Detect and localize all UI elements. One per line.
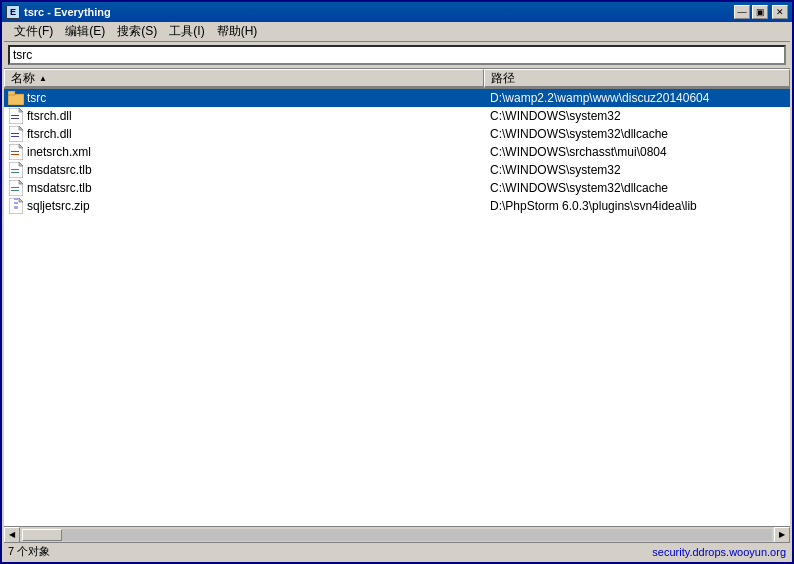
- file-name: sqljetsrc.zip: [27, 199, 90, 213]
- svg-rect-12: [11, 151, 19, 152]
- file-list-container: tsrc D:\wamp2.2\wamp\www\discuz20140604: [4, 89, 790, 526]
- svg-rect-21: [11, 190, 19, 191]
- table-row[interactable]: ftsrch.dll C:\WINDOWS\system32\dllcache: [4, 125, 790, 143]
- table-row[interactable]: tsrc D:\wamp2.2\wamp\www\discuz20140604: [4, 89, 790, 107]
- file-list[interactable]: tsrc D:\wamp2.2\wamp\www\discuz20140604: [4, 89, 790, 526]
- svg-rect-13: [11, 154, 19, 155]
- statusbar: 7 个对象 security.ddrops.wooyun.org: [4, 542, 790, 560]
- restore-button[interactable]: ▣: [752, 5, 768, 19]
- file-path-cell: C:\WINDOWS\system32: [484, 163, 790, 177]
- svg-rect-4: [11, 115, 19, 116]
- titlebar: E tsrc - Everything — ▣ ✕: [2, 2, 792, 22]
- svg-marker-19: [19, 180, 23, 184]
- file-path-cell: D:\wamp2.2\wamp\www\discuz20140604: [484, 91, 790, 105]
- titlebar-title: E tsrc - Everything: [6, 5, 111, 19]
- status-count: 7 个对象: [8, 544, 50, 559]
- dll-icon: [8, 108, 24, 124]
- xml-icon: [8, 144, 24, 160]
- window-title: tsrc - Everything: [24, 6, 111, 18]
- col-path-label: 路径: [491, 70, 515, 87]
- file-name-cell: ftsrch.dll: [4, 108, 484, 124]
- svg-marker-23: [19, 198, 23, 202]
- file-path-cell: C:\WINDOWS\srchasst\mui\0804: [484, 145, 790, 159]
- main-window: E tsrc - Everything — ▣ ✕ 文件(F) 编辑(E) 搜索…: [0, 0, 794, 564]
- tlb-icon: [8, 180, 24, 196]
- menu-edit[interactable]: 编辑(E): [59, 21, 111, 42]
- app-icon: E: [6, 5, 20, 19]
- scroll-left-button[interactable]: ◀: [4, 527, 20, 543]
- svg-marker-3: [19, 108, 23, 112]
- scrollbar-track[interactable]: [22, 529, 772, 541]
- file-name: msdatsrc.tlb: [27, 181, 92, 195]
- search-input[interactable]: [8, 45, 786, 65]
- svg-rect-9: [11, 136, 19, 137]
- file-name-cell: inetsrch.xml: [4, 144, 484, 160]
- col-header-name[interactable]: 名称 ▲: [4, 69, 484, 88]
- file-name-cell: msdatsrc.tlb: [4, 162, 484, 178]
- menu-tools[interactable]: 工具(I): [163, 21, 210, 42]
- menubar: 文件(F) 编辑(E) 搜索(S) 工具(I) 帮助(H): [4, 22, 790, 42]
- svg-rect-1: [8, 91, 15, 95]
- searchbar: [4, 42, 790, 69]
- file-name: ftsrch.dll: [27, 109, 72, 123]
- svg-rect-8: [11, 133, 19, 134]
- table-row[interactable]: ftsrch.dll C:\WINDOWS\system32: [4, 107, 790, 125]
- tlb-icon: [8, 162, 24, 178]
- status-url: security.ddrops.wooyun.org: [652, 546, 786, 558]
- file-name: msdatsrc.tlb: [27, 163, 92, 177]
- svg-rect-20: [11, 187, 19, 188]
- file-name: inetsrch.xml: [27, 145, 91, 159]
- zip-icon: [8, 198, 24, 214]
- file-path-cell: C:\WINDOWS\system32: [484, 109, 790, 123]
- svg-marker-11: [19, 144, 23, 148]
- window-body: 文件(F) 编辑(E) 搜索(S) 工具(I) 帮助(H) 名称 ▲ 路径: [2, 22, 792, 562]
- svg-rect-28: [14, 206, 18, 209]
- file-path-cell: C:\WINDOWS\system32\dllcache: [484, 181, 790, 195]
- menu-file[interactable]: 文件(F): [8, 21, 59, 42]
- svg-rect-25: [14, 200, 18, 202]
- file-name-cell: sqljetsrc.zip: [4, 198, 484, 214]
- titlebar-buttons: — ▣ ✕: [734, 5, 788, 19]
- svg-rect-24: [14, 198, 18, 200]
- file-name-cell: ftsrch.dll: [4, 126, 484, 142]
- svg-rect-27: [14, 204, 18, 206]
- table-row[interactable]: msdatsrc.tlb C:\WINDOWS\system32\dllcach…: [4, 179, 790, 197]
- svg-rect-26: [14, 202, 18, 204]
- col-name-label: 名称: [11, 70, 35, 87]
- svg-rect-0: [8, 94, 24, 105]
- file-name-cell: msdatsrc.tlb: [4, 180, 484, 196]
- svg-rect-16: [11, 169, 19, 170]
- file-name: tsrc: [27, 91, 46, 105]
- close-button[interactable]: ✕: [772, 5, 788, 19]
- menu-search[interactable]: 搜索(S): [111, 21, 163, 42]
- horizontal-scrollbar: ◀ ▶: [4, 526, 790, 542]
- dll-icon: [8, 126, 24, 142]
- table-row[interactable]: inetsrch.xml C:\WINDOWS\srchasst\mui\080…: [4, 143, 790, 161]
- svg-marker-7: [19, 126, 23, 130]
- svg-rect-5: [11, 118, 19, 119]
- svg-rect-17: [11, 172, 19, 173]
- file-path-cell: D:\PhpStorm 6.0.3\plugins\svn4idea\lib: [484, 199, 790, 213]
- file-name-cell: tsrc: [4, 90, 484, 106]
- minimize-button[interactable]: —: [734, 5, 750, 19]
- table-row[interactable]: sqljetsrc.zip D:\PhpStorm 6.0.3\plugins\…: [4, 197, 790, 215]
- svg-marker-15: [19, 162, 23, 166]
- file-name: ftsrch.dll: [27, 127, 72, 141]
- table-row[interactable]: msdatsrc.tlb C:\WINDOWS\system32: [4, 161, 790, 179]
- menu-help[interactable]: 帮助(H): [211, 21, 264, 42]
- sort-arrow-icon: ▲: [39, 74, 47, 83]
- folder-icon: [8, 90, 24, 106]
- scrollbar-thumb[interactable]: [22, 529, 62, 541]
- file-path-cell: C:\WINDOWS\system32\dllcache: [484, 127, 790, 141]
- column-headers: 名称 ▲ 路径: [4, 69, 790, 89]
- col-header-path[interactable]: 路径: [484, 69, 790, 88]
- scroll-right-button[interactable]: ▶: [774, 527, 790, 543]
